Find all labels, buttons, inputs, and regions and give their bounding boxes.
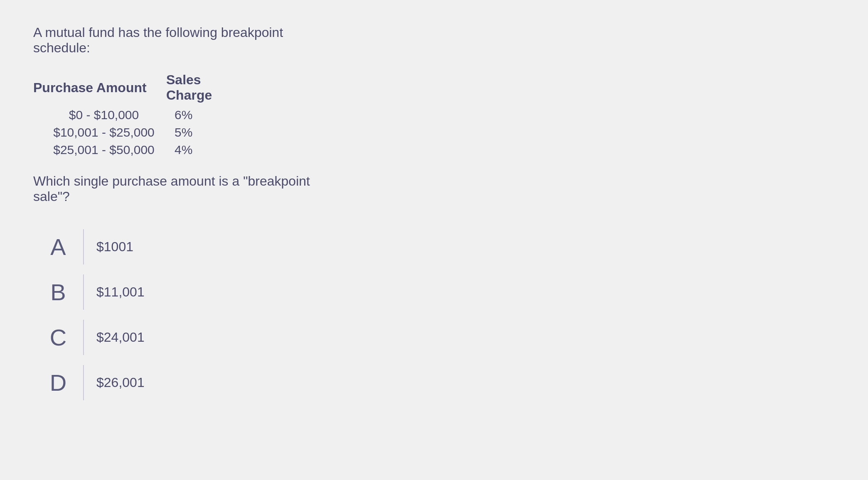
answer-option-c[interactable]: C $24,001 xyxy=(33,316,341,359)
sales-charge-cell: 5% xyxy=(166,125,241,140)
col-charge-header: Sales Charge xyxy=(166,72,241,103)
table-rows: $0 - $10,000 6% $10,001 - $25,000 5% $25… xyxy=(33,108,341,157)
option-value-a: $1001 xyxy=(84,225,146,269)
sales-charge-cell: 4% xyxy=(166,143,241,157)
option-value-b: $11,001 xyxy=(84,270,157,314)
col-purchase-header: Purchase Amount xyxy=(33,80,166,96)
purchase-amount-cell: $10,001 - $25,000 xyxy=(33,125,166,140)
page-container: A mutual fund has the following breakpoi… xyxy=(0,0,374,431)
purchase-amount-cell: $25,001 - $50,000 xyxy=(33,143,166,157)
table-header-row: Purchase Amount Sales Charge xyxy=(33,72,341,103)
option-letter-d: D xyxy=(33,361,83,404)
breakpoint-table: Purchase Amount Sales Charge $0 - $10,00… xyxy=(33,72,341,157)
answer-option-b[interactable]: B $11,001 xyxy=(33,270,341,314)
table-row: $25,001 - $50,000 4% xyxy=(33,143,341,157)
table-row: $10,001 - $25,000 5% xyxy=(33,125,341,140)
purchase-amount-cell: $0 - $10,000 xyxy=(33,108,166,122)
answer-option-d[interactable]: D $26,001 xyxy=(33,361,341,404)
option-value-c: $24,001 xyxy=(84,316,157,359)
table-row: $0 - $10,000 6% xyxy=(33,108,341,122)
intro-text: A mutual fund has the following breakpoi… xyxy=(33,25,341,56)
answer-option-a[interactable]: A $1001 xyxy=(33,225,341,269)
option-letter-b: B xyxy=(33,270,83,314)
option-value-d: $26,001 xyxy=(84,361,157,404)
option-letter-c: C xyxy=(33,316,83,359)
question-text: Which single purchase amount is a "break… xyxy=(33,174,341,204)
sales-charge-cell: 6% xyxy=(166,108,241,122)
option-letter-a: A xyxy=(33,225,83,269)
answer-options: A $1001 B $11,001 C $24,001 D $26,001 xyxy=(33,225,341,406)
